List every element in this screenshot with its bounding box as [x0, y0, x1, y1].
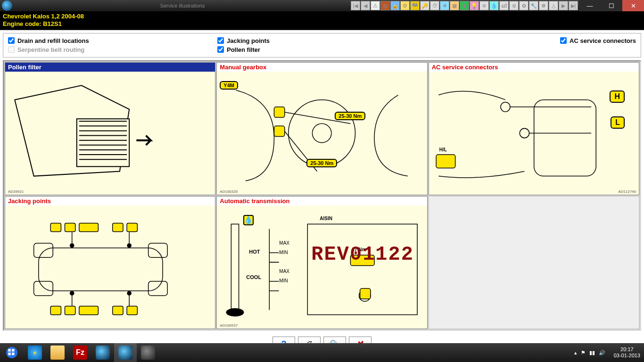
checkbox-drain-label: Drain and refill locations — [17, 37, 89, 44]
gearbox-illustration — [217, 72, 427, 195]
checkbox-ac[interactable]: AC service connectors — [560, 37, 636, 44]
checkbox-serpentine-input — [8, 46, 15, 53]
toolbar-tyre-icon[interactable]: ⭘ — [479, 1, 489, 10]
auto-label-hot: HOT — [249, 249, 260, 255]
toolbar-bulb-icon[interactable]: 💡 — [470, 1, 479, 10]
checkbox-drain-input[interactable] — [8, 37, 15, 44]
taskbar-explorer-icon[interactable] — [46, 343, 69, 362]
checkbox-pollen-label: Pollen filter — [227, 46, 260, 53]
panel-gearbox-ref: AD100328 — [220, 189, 238, 194]
taskbar-app2-icon[interactable] — [114, 343, 137, 362]
panel-auto-ref: AD100537 — [220, 323, 238, 328]
panel-jacking-title: Jacking points — [5, 197, 215, 206]
svg-rect-18 — [50, 223, 61, 231]
toolbar-seat-icon[interactable]: 🛋 — [499, 1, 509, 10]
checkbox-ac-input[interactable] — [560, 37, 567, 44]
toolbar-warning-icon[interactable]: ⚠ — [371, 1, 380, 10]
gearbox-tag-y4m: Y4M — [220, 81, 238, 90]
toolbar-triangle-icon[interactable]: △ — [549, 1, 558, 10]
ac-tag-h: H — [610, 90, 625, 103]
taskbar-clock[interactable]: 20:17 03-01-2013 — [610, 346, 644, 359]
toolbar-next-icon[interactable]: ▶ — [559, 1, 568, 10]
auto-label-max1: MAX — [279, 240, 289, 246]
ac-tag-hl: H/L — [439, 147, 447, 152]
svg-rect-25 — [79, 306, 98, 314]
toolbar-last-icon[interactable]: ▶| — [569, 1, 578, 10]
toolbar-abs-icon[interactable]: ▦ — [450, 1, 459, 10]
toolbar-battery-icon[interactable]: ▮ — [460, 1, 469, 10]
panel-pollen-title: Pollen filter — [5, 63, 215, 72]
svg-rect-35 — [8, 349, 10, 351]
checkbox-serpentine-label: Serpentine belt routing — [17, 46, 84, 53]
svg-point-29 — [227, 308, 244, 316]
svg-rect-37 — [8, 353, 10, 355]
panel-auto-title: Automatic transmission — [217, 197, 427, 206]
svg-point-7 — [520, 128, 529, 138]
toolbar-clock-icon[interactable]: ⏱ — [430, 1, 439, 10]
toolbar-tpms-icon[interactable]: ⊚ — [509, 1, 519, 10]
panel-gearbox-title: Manual gearbox — [217, 63, 427, 72]
svg-rect-5 — [534, 99, 596, 176]
start-button[interactable] — [0, 343, 24, 362]
svg-rect-26 — [113, 306, 123, 314]
minimize-button[interactable]: — — [579, 0, 601, 11]
svg-rect-13 — [149, 281, 167, 295]
toolbar-book-icon[interactable]: ▥ — [380, 1, 390, 10]
ac-tag-l: L — [611, 116, 625, 129]
tray-chevron-icon[interactable]: ▴ — [574, 350, 577, 356]
tray-volume-icon[interactable]: 🔊 — [599, 350, 605, 356]
toolbar-engine-icon[interactable]: 🏁 — [410, 1, 420, 10]
svg-point-1 — [289, 99, 355, 166]
tray-network-icon[interactable]: ▮▮ — [589, 350, 595, 356]
taskbar-ie-icon[interactable]: e — [24, 343, 46, 362]
checkbox-jacking[interactable]: Jacking points — [217, 37, 427, 44]
windows-taskbar: e Fz ▴ ⚑ ▮▮ 🔊 20:17 03-01-2013 — [0, 343, 644, 362]
checkbox-jacking-input[interactable] — [217, 37, 224, 44]
panel-ac-title: AC service connectors — [429, 63, 639, 72]
checkbox-drain[interactable]: Drain and refill locations — [8, 37, 217, 44]
close-button[interactable]: ✕ — [622, 0, 644, 11]
auto-label-max2: MAX — [279, 269, 289, 274]
gearbox-torque-1: 25-30 Nm — [335, 112, 365, 120]
svg-rect-3 — [274, 107, 285, 117]
toolbar-icon-strip: |◀ ◀ ⚠ ▥ 🔒 ⚙ 🏁 🔑 ⏱ ❄ ▦ ▮ 💡 ⭘ 💧 🛋 ⊚ ✿ 🔧 ☸… — [351, 1, 579, 10]
toolbar-gear-icon[interactable]: ⚙ — [400, 1, 410, 10]
panel-ac-connectors[interactable]: AC service connectors H L H/L AD112740 — [429, 62, 639, 195]
toolbar-steering-icon[interactable]: ☸ — [539, 1, 548, 10]
pollen-illustration — [5, 72, 215, 195]
window-buttons: — ☐ ✕ — [579, 0, 644, 11]
toolbar-wrench-icon[interactable]: 🔧 — [529, 1, 538, 10]
auto-oil-icon: 💧 — [243, 215, 254, 225]
illustration-grid: Pollen filter AD28921 Manual gearbox — [3, 60, 641, 331]
toolbar-spray-icon[interactable]: ✿ — [519, 1, 528, 10]
taskbar-filezilla-icon[interactable]: Fz — [69, 343, 91, 362]
panel-pollen-filter[interactable]: Pollen filter AD28921 — [5, 62, 215, 195]
tray-flag-icon[interactable]: ⚑ — [581, 350, 586, 356]
system-tray[interactable]: ▴ ⚑ ▮▮ 🔊 — [570, 350, 610, 356]
svg-rect-4 — [274, 126, 285, 136]
taskbar-app1-icon[interactable] — [91, 343, 114, 362]
panel-auto-transmission[interactable]: Automatic transmission 💧 HOT COOL MAX MI… — [216, 196, 427, 329]
maximize-button[interactable]: ☐ — [601, 0, 622, 11]
checkbox-pollen-input[interactable] — [217, 46, 224, 53]
jacking-illustration — [5, 206, 215, 329]
panel-jacking-points[interactable]: Jacking points — [5, 196, 215, 329]
svg-point-6 — [500, 102, 510, 111]
svg-rect-24 — [65, 306, 75, 314]
svg-rect-32 — [360, 288, 371, 299]
taskbar-app3-icon[interactable] — [137, 343, 159, 362]
checkbox-pollen[interactable]: Pollen filter — [217, 46, 427, 53]
toolbar-prev-icon[interactable]: ◀ — [361, 1, 370, 10]
svg-rect-36 — [12, 349, 14, 351]
auto-label-aisin: AISIN — [320, 216, 332, 221]
svg-rect-20 — [79, 223, 98, 231]
toolbar-fan-icon[interactable]: ❄ — [440, 1, 449, 10]
toolbar-first-icon[interactable]: |◀ — [351, 1, 360, 10]
toolbar-lock-icon[interactable]: 🔒 — [390, 1, 400, 10]
panel-manual-gearbox[interactable]: Manual gearbox Y4M 25-30 Nm 25-30 Nm AD1… — [216, 62, 427, 195]
toolbar-key-icon[interactable]: 🔑 — [420, 1, 429, 10]
svg-rect-10 — [34, 243, 53, 257]
auto-label-cool: COOL — [246, 274, 261, 280]
app-titlebar: Service illustrations |◀ ◀ ⚠ ▥ 🔒 ⚙ 🏁 🔑 ⏱… — [0, 0, 644, 11]
toolbar-fluid-icon[interactable]: 💧 — [489, 1, 499, 10]
